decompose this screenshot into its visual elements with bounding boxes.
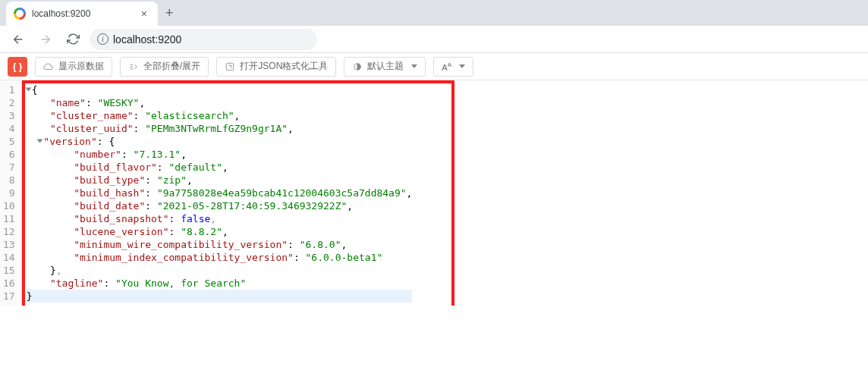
line-number: 17 — [3, 290, 15, 303]
line-number: 1 — [3, 83, 15, 96]
info-icon[interactable]: i — [97, 33, 108, 45]
url-text: localhost:9200 — [113, 33, 181, 45]
code-line: "build_date": "2021-05-28T17:40:59.34693… — [27, 199, 413, 212]
arrow-right-icon — [39, 33, 52, 46]
code-line: "build_hash": "9a7758028e4ea59bcab41c120… — [27, 187, 413, 199]
address-bar: i localhost:9200 — [0, 26, 868, 53]
browser-tab[interactable]: localhost:9200 × — [6, 2, 158, 26]
button-label: 显示原数据 — [58, 60, 104, 73]
reload-icon — [67, 33, 80, 45]
show-raw-button[interactable]: 显示原数据 — [35, 57, 112, 77]
theme-select[interactable]: 默认主题 — [344, 57, 426, 77]
line-number: 11 — [3, 212, 15, 225]
line-number: 4 — [3, 122, 15, 135]
json-viewer: 1234567891011121314151617 { "name": "WES… — [0, 80, 868, 306]
new-tab-button[interactable]: + — [158, 5, 181, 21]
font-size-icon: AA — [442, 61, 451, 72]
code-area[interactable]: { "name": "WESKY", "cluster_name": "elas… — [22, 80, 413, 306]
line-number: 5 — [3, 135, 15, 148]
font-size-button[interactable]: AA — [433, 57, 473, 77]
code-line: "build_type": "zip", — [27, 174, 413, 187]
code-line: "tagline": "You Know, for Search" — [27, 277, 413, 290]
line-number: 7 — [3, 161, 15, 174]
line-number: 10 — [3, 199, 15, 212]
browser-tab-strip: localhost:9200 × + — [0, 0, 868, 26]
reload-button[interactable] — [62, 29, 83, 50]
forward-button[interactable] — [35, 29, 56, 50]
line-number: 13 — [3, 238, 15, 251]
button-label: 默认主题 — [367, 60, 404, 73]
chevron-down-icon — [411, 64, 417, 68]
code-line: "version": { — [27, 135, 413, 148]
code-line: "minimum_wire_compatibility_version": "6… — [27, 238, 413, 251]
code-line: }, — [27, 264, 413, 277]
json-code: { "name": "WESKY", "cluster_name": "elas… — [22, 83, 413, 303]
collapse-expand-button[interactable]: 全部折叠/展开 — [120, 57, 209, 77]
line-number: 3 — [3, 109, 15, 122]
fold-icon[interactable] — [25, 88, 31, 92]
line-number-gutter: 1234567891011121314151617 — [0, 80, 22, 306]
code-line: "build_flavor": "default", — [27, 161, 413, 174]
fold-icon[interactable] — [37, 140, 43, 143]
code-line: } — [27, 290, 413, 303]
favicon-icon — [14, 8, 26, 20]
theme-icon — [352, 61, 363, 72]
code-line: "minimum_index_compatibility_version": "… — [27, 251, 413, 264]
url-box[interactable]: i localhost:9200 — [90, 29, 317, 50]
line-number: 12 — [3, 225, 15, 238]
cloud-icon — [43, 61, 54, 72]
collapse-icon — [128, 61, 139, 72]
button-label: 全部折叠/展开 — [143, 60, 200, 73]
code-line: "number": "7.13.1", — [27, 148, 413, 161]
arrow-left-icon — [11, 33, 25, 46]
line-number: 8 — [3, 174, 15, 187]
code-line: "cluster_uuid": "PEMm3NTwRrmLfGZ9n9gr1A"… — [27, 122, 413, 135]
code-line: "lucene_version": "8.8.2", — [27, 225, 413, 238]
tab-title: localhost:9200 — [32, 8, 138, 19]
line-number: 14 — [3, 251, 15, 264]
extension-toolbar: { } 显示原数据 全部折叠/展开 打开JSON格式化工具 默认主题 AA — [0, 53, 868, 80]
line-number: 9 — [3, 187, 15, 199]
line-number: 16 — [3, 277, 15, 290]
close-icon[interactable]: × — [138, 8, 150, 20]
chevron-down-icon — [459, 64, 465, 68]
back-button[interactable] — [8, 29, 29, 50]
line-number: 2 — [3, 96, 15, 109]
open-formatter-button[interactable]: 打开JSON格式化工具 — [216, 57, 336, 77]
external-tool-icon — [225, 61, 235, 72]
button-label: 打开JSON格式化工具 — [240, 60, 328, 73]
code-line: "build_snapshot": false, — [27, 212, 413, 225]
code-line: { — [27, 83, 413, 96]
code-line: "cluster_name": "elasticsearch", — [27, 109, 413, 122]
line-number: 6 — [3, 148, 15, 161]
code-line: "name": "WESKY", — [27, 96, 413, 109]
svg-rect-0 — [227, 63, 234, 70]
json-viewer-badge-icon[interactable]: { } — [8, 57, 27, 77]
line-number: 15 — [3, 264, 15, 277]
